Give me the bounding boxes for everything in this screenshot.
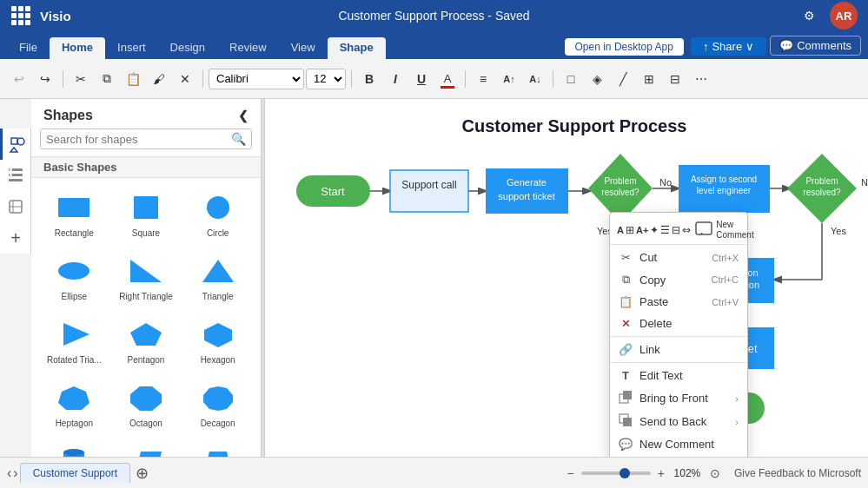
comments-icon: 💬	[779, 39, 793, 52]
shape-hexagon[interactable]: Hexagon	[183, 310, 252, 370]
ctx-align-btn[interactable]: ☰	[660, 220, 670, 241]
bring-to-front-submenu-arrow: ›	[735, 393, 739, 404]
more-button[interactable]: ⋯	[689, 67, 713, 91]
svg-text:resolved?: resolved?	[601, 188, 639, 197]
waffle-menu[interactable]	[10, 5, 31, 26]
arrange-button[interactable]: ⊞	[637, 67, 661, 91]
open-desktop-button[interactable]: Open in Desktop App	[565, 38, 684, 56]
shape-circle[interactable]: Circle	[183, 183, 252, 243]
copy-icon: ⧉	[619, 273, 633, 287]
ctx-new-comment[interactable]: 💬 New Comment	[610, 433, 747, 455]
ctx-link[interactable]: 🔗 Link	[610, 339, 747, 360]
send-to-back-icon	[619, 414, 633, 429]
zoom-level: 102%	[672, 467, 703, 479]
cut-button[interactable]: ✂	[69, 67, 93, 91]
ctx-copy[interactable]: ⧉ Copy Ctrl+C	[610, 268, 747, 291]
next-page-button[interactable]: ›	[13, 465, 17, 481]
font-size-select[interactable]: 12	[306, 69, 346, 89]
redo-button[interactable]: ↪	[33, 67, 57, 91]
align-button[interactable]: ≡	[471, 67, 495, 91]
node-support-call[interactable]	[390, 170, 468, 212]
new-comment-label: New Comment	[716, 220, 742, 241]
ctx-star-btn[interactable]: ✦	[650, 220, 659, 241]
ctx-download-as-image[interactable]: ⬇ Download as Image	[610, 455, 747, 457]
zoom-in-button[interactable]: +	[658, 466, 665, 480]
shape-rectangle[interactable]: Rectangle	[40, 183, 109, 243]
shape-triangle[interactable]: Triangle	[183, 247, 252, 307]
shape-octagon[interactable]: Octagon	[112, 373, 181, 433]
svg-text:Start: Start	[321, 185, 345, 198]
grow-text-button[interactable]: A↑	[497, 67, 521, 91]
avatar[interactable]: AR	[830, 2, 858, 30]
shapes-panel-icon[interactable]	[0, 129, 31, 160]
group-button[interactable]: ⊟	[663, 67, 687, 91]
svg-text:Yes: Yes	[831, 226, 846, 236]
font-family-select[interactable]: Calibri	[209, 69, 304, 89]
undo-button[interactable]: ↩	[7, 67, 31, 91]
doc-title: Customer Support Process - Saved	[338, 9, 529, 23]
tab-file[interactable]: File	[7, 37, 50, 59]
zoom-slider[interactable]	[581, 472, 651, 475]
shape-trapezoid[interactable]: Trapezoid	[183, 437, 252, 457]
format-panel-icon[interactable]	[0, 191, 31, 222]
bring-to-front-icon	[619, 391, 633, 406]
format-painter-button[interactable]: 🖌	[147, 67, 171, 91]
fill-button[interactable]: ◈	[585, 67, 609, 91]
tab-shape[interactable]: Shape	[328, 37, 386, 59]
section-title: Basic Shapes	[31, 156, 261, 178]
tab-insert[interactable]: Insert	[105, 37, 158, 59]
ctx-bring-to-front[interactable]: Bring to Front ›	[610, 386, 747, 410]
shape-ellipse[interactable]: Ellipse	[40, 247, 109, 307]
shape-rotated-triangle[interactable]: Rotated Tria...	[40, 310, 109, 370]
chart-title: Customer Support Process	[462, 116, 687, 135]
ctx-cut[interactable]: ✂ Cut Ctrl+X	[610, 247, 747, 268]
ctx-distribute-btn[interactable]: ⇔	[682, 220, 691, 241]
ctx-fontsize-btn[interactable]: A+	[636, 220, 648, 241]
shape-parallelogram[interactable]: Parallelogram	[112, 437, 181, 457]
ctx-table-btn[interactable]: ⊟	[672, 220, 680, 241]
svg-rect-0	[11, 138, 17, 144]
search-icon: 🔍	[231, 132, 246, 146]
underline-button[interactable]: U	[409, 67, 434, 91]
feedback-button[interactable]: Give Feedback to Microsoft	[734, 467, 861, 479]
shape-heptagon[interactable]: Heptagon	[40, 373, 109, 433]
ctx-delete[interactable]: ✕ Delete	[610, 313, 747, 334]
ctx-arrange-btn[interactable]: ⊞	[626, 220, 634, 241]
share-button[interactable]: ↑ Share ∨	[691, 37, 766, 56]
svg-rect-12	[134, 196, 158, 219]
bold-button[interactable]: B	[357, 67, 381, 91]
ctx-edit-text[interactable]: T Edit Text	[610, 365, 747, 386]
clear-button[interactable]: ✕	[173, 67, 197, 91]
tab-view[interactable]: View	[279, 37, 328, 59]
paste-button[interactable]: 📋	[121, 67, 145, 91]
search-input[interactable]	[46, 133, 231, 146]
shape-pentagon[interactable]: Pentagon	[112, 310, 181, 370]
line-button[interactable]: ╱	[611, 67, 635, 91]
add-icon[interactable]: +	[0, 222, 31, 254]
comments-button[interactable]: 💬 Comments	[770, 36, 861, 56]
font-color-button[interactable]: A	[435, 67, 460, 91]
settings-icon[interactable]: ⚙	[795, 2, 823, 30]
ctx-text-format-btn[interactable]: A	[617, 220, 624, 241]
tab-design[interactable]: Design	[158, 37, 217, 59]
border-button[interactable]: □	[559, 67, 583, 91]
tab-home[interactable]: Home	[50, 37, 105, 59]
shape-square[interactable]: Square	[112, 183, 181, 243]
copy-button[interactable]: ⧉	[95, 67, 119, 91]
svg-point-7	[10, 174, 12, 176]
page-tab-customer-support[interactable]: Customer Support	[20, 463, 130, 483]
fit-page-button[interactable]: ⊙	[710, 466, 720, 480]
tab-review[interactable]: Review	[217, 37, 279, 59]
data-panel-icon[interactable]	[0, 160, 31, 191]
zoom-out-button[interactable]: −	[567, 466, 574, 480]
add-page-button[interactable]: ⊕	[136, 464, 149, 483]
ctx-paste[interactable]: 📋 Paste Ctrl+V	[610, 291, 747, 313]
shape-right-triangle[interactable]: Right Triangle	[112, 247, 181, 307]
italic-button[interactable]: I	[383, 67, 407, 91]
shape-can[interactable]: Can	[40, 437, 109, 457]
prev-page-button[interactable]: ‹	[7, 465, 11, 481]
shrink-text-button[interactable]: A↓	[523, 67, 547, 91]
shape-decagon[interactable]: Decagon	[183, 373, 252, 433]
collapse-sidebar-icon[interactable]: ❮	[238, 109, 248, 122]
ctx-send-to-back[interactable]: Send to Back ›	[610, 410, 747, 433]
